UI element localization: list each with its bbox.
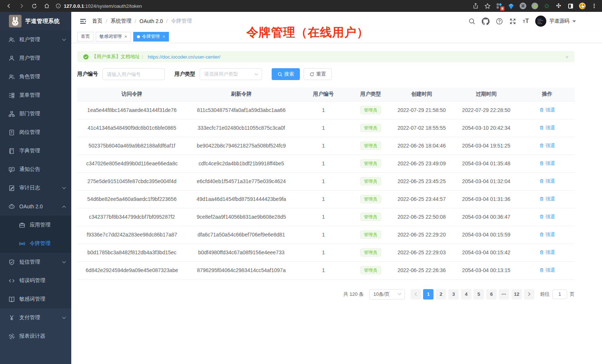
extension-blocks-icon[interactable]: 9 — [495, 2, 503, 10]
sidebar-item-menu[interactable]: 菜单管理 — [0, 86, 71, 105]
refresh-token-cell: 8796295f04064c2983414cc54af1097a — [187, 261, 296, 279]
table-row: 6d842e2924594de9a09e45e087323abe8796295f… — [77, 261, 575, 279]
address-bar[interactable]: 127.0.0.1:1024/system/oauth2/token — [56, 3, 471, 9]
search-button[interactable]: 搜索 — [272, 68, 300, 80]
user-id-input[interactable] — [102, 68, 165, 80]
dict-icon — [8, 148, 15, 154]
sidebar-item-sms[interactable]: 短信管理 — [0, 253, 71, 271]
reset-button[interactable]: 重置 — [304, 68, 332, 80]
trash-icon — [539, 268, 544, 272]
user-id-cell: 1 — [296, 101, 351, 119]
sidebar-item-dict[interactable]: 字典管理 — [0, 142, 71, 160]
page-button-1[interactable]: 1 — [423, 289, 433, 300]
chevron-down-icon — [254, 73, 258, 76]
site-info-icon[interactable] — [56, 3, 61, 9]
github-icon[interactable] — [482, 17, 490, 25]
force-logout-button[interactable]: 强退 — [539, 196, 555, 202]
breadcrumb: 首页/系统管理/OAuth 2.0/令牌管理 — [92, 18, 192, 24]
sidebar-item-dept[interactable]: 部门管理 — [0, 105, 71, 123]
profile-emoji-icon[interactable] — [578, 2, 586, 10]
trash-icon — [539, 250, 544, 255]
sidebar-item-label: 租户管理 — [19, 36, 40, 43]
action-cell: 强退 — [520, 244, 575, 261]
page-button-6[interactable]: 6 — [486, 289, 497, 300]
extension-gem-icon[interactable] — [507, 2, 515, 10]
sidebar-item-user[interactable]: 用户管理 — [0, 49, 71, 67]
browser-home-icon[interactable] — [42, 1, 52, 11]
expire-time-cell: 2054-03-04 01:32:04 — [453, 172, 520, 190]
table-row: 1ea5e44f8bc1467aaede43144f31de76811c5304… — [77, 101, 575, 119]
sidebar-item-post[interactable]: 岗位管理 — [0, 123, 71, 142]
extension-command-icon[interactable]: ⌘ — [519, 2, 527, 10]
sidebar-item-oauth2[interactable]: OAuth 2.0 — [0, 197, 71, 216]
extension-record-icon[interactable] — [531, 2, 539, 10]
force-logout-button[interactable]: 强退 — [539, 142, 555, 149]
sidebar-item-sensitive-word[interactable]: 敏感词管理 — [0, 290, 71, 308]
sidebar-item-pay[interactable]: 支付管理 — [0, 308, 71, 327]
prev-page-button[interactable] — [410, 289, 421, 300]
force-logout-button[interactable]: 强退 — [539, 231, 555, 238]
user-type-select[interactable]: 请选择用户类型 — [200, 68, 262, 80]
page-button-12[interactable]: 12 — [511, 289, 522, 300]
fullscreen-icon[interactable] — [509, 18, 516, 25]
next-page-button[interactable] — [524, 289, 534, 300]
page-size-select[interactable]: 10条/页 — [369, 289, 405, 300]
tab-oauth2-token[interactable]: 令牌管理× — [133, 32, 169, 42]
table-row: c342377bf8b344799dcbf7bf095287f29ce8ef2a… — [77, 208, 575, 226]
search-icon[interactable] — [468, 18, 475, 25]
user-type-badge: 管理员 — [360, 106, 381, 114]
sidebar-item-error-code[interactable]: 错误码管理 — [0, 271, 71, 290]
chevron-up-icon — [62, 205, 66, 208]
alert-doc-link[interactable]: https://doc.iocoder.cn/user-center/ — [148, 54, 220, 60]
browser-menu-icon[interactable]: ⋮ — [590, 2, 598, 10]
alert-close-icon[interactable]: × — [565, 54, 569, 60]
browser-reload-icon[interactable] — [29, 1, 39, 11]
force-logout-button[interactable]: 强退 — [539, 160, 555, 167]
browser-forward-icon[interactable] — [16, 1, 27, 11]
bookmark-star-icon[interactable] — [483, 2, 491, 10]
sidebar-item-oauth2-app[interactable]: 应用管理 — [0, 216, 71, 234]
share-icon[interactable] — [471, 2, 480, 10]
sidebar-item-audit-log[interactable]: 审计日志 — [0, 179, 71, 197]
user-type-placeholder: 请选择用户类型 — [204, 71, 238, 77]
url-host: 127.0.0.1 — [64, 3, 84, 9]
force-logout-button[interactable]: 强退 — [539, 267, 555, 274]
page-content: 【用户体系】文档地址： https://doc.iocoder.cn/user-… — [71, 43, 602, 300]
refresh-token-cell: 811c530487574fa0af1a59d3abc1aa66 — [187, 101, 296, 119]
breadcrumb-item[interactable]: OAuth 2.0 — [140, 18, 163, 24]
page-button-4[interactable]: 4 — [461, 289, 471, 300]
tab-sensitive-word[interactable]: 敏感词管理× — [96, 32, 131, 42]
page-button-5[interactable]: 5 — [474, 289, 484, 300]
pager-ellipsis[interactable]: ••• — [499, 289, 509, 300]
help-icon[interactable] — [496, 18, 503, 25]
url-path: :1024/system/oauth2/token — [84, 3, 142, 9]
force-logout-button[interactable]: 强退 — [539, 214, 555, 220]
font-size-icon[interactable]: TT — [523, 18, 529, 24]
page-button-3[interactable]: 3 — [448, 289, 459, 300]
sidebar-item-role[interactable]: 角色管理 — [0, 67, 71, 86]
page-button-2[interactable]: 2 — [436, 289, 446, 300]
app-logo[interactable]: 芋道管理系统 — [0, 12, 71, 30]
force-logout-button[interactable]: 强退 — [539, 107, 555, 113]
close-icon[interactable]: × — [163, 34, 166, 39]
sidebar-toggle-icon[interactable] — [566, 2, 575, 10]
extension-star-icon[interactable]: ✩ — [543, 2, 551, 10]
sidebar-item-oauth2-token[interactable]: 令牌管理 — [0, 234, 71, 253]
tab-home[interactable]: 首页 — [77, 32, 94, 42]
sidebar-item-report-designer[interactable]: 报表设计器 — [0, 327, 71, 345]
breadcrumb-item[interactable]: 系统管理 — [111, 18, 131, 24]
user-dropdown[interactable]: 芋道源码 — [535, 16, 576, 27]
close-icon[interactable]: × — [124, 34, 127, 39]
extension-pinwheel-icon[interactable]: ✣ — [554, 2, 563, 10]
force-logout-button[interactable]: 强退 — [539, 125, 555, 131]
trash-icon — [539, 196, 544, 201]
sidebar-item-notice[interactable]: 通知公告 — [0, 160, 71, 179]
force-logout-button[interactable]: 强退 — [539, 178, 555, 185]
goto-page-input[interactable] — [552, 289, 567, 299]
sidebar-item-tenant[interactable]: 租户管理 — [0, 30, 71, 49]
user-type-badge: 管理员 — [360, 142, 381, 150]
collapse-sidebar-icon[interactable] — [76, 15, 89, 27]
browser-back-icon[interactable] — [4, 1, 14, 11]
force-logout-button[interactable]: 强退 — [539, 249, 555, 256]
breadcrumb-item[interactable]: 首页 — [92, 18, 102, 24]
